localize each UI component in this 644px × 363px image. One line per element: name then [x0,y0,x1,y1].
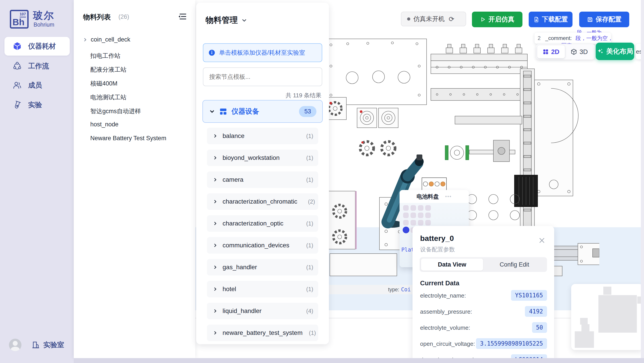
horizontal-scrollbar[interactable] [74,358,644,363]
template-panel: 物料管理 单击模板添加仪器/耗材至实验室 共 119 条结果 仪器设备 53 b… [196,3,329,344]
template-item[interactable]: balance(1) [207,128,318,144]
sidebar-item-label: 实验 [28,100,42,110]
chevron-right-icon [213,199,218,204]
tooltip-clipped-top: 段，一般为空，stat [577,29,610,32]
beautify-layout-button[interactable]: 美化布局 [596,43,634,60]
chevron-right-icon [213,177,218,182]
type-label: type: [388,287,399,293]
template-item[interactable]: neware_battery_test_system(1) [207,325,318,341]
battery-tray-title: 电池料盘 [416,193,439,200]
save-config-label: 保存配置 [596,15,622,24]
file-download-icon [534,16,540,22]
param-value: 50 [532,322,547,333]
vertical-scrollbar[interactable] [641,0,644,363]
chevron-right-icon [213,133,218,138]
page-title: 物料管理 [206,15,238,26]
toggle-2d-label: 2D [551,48,559,56]
selected-battery-dot[interactable] [403,227,409,233]
template-item[interactable]: camera(1) [207,171,318,188]
save-config-button[interactable]: 保存配置 [579,11,629,27]
sidebar-footer: 实验室 [0,336,74,354]
refresh-icon[interactable]: ⟳ [449,15,454,23]
app-window: type: Coi 电池料盘 ••• Plate 段，一般为空，stat 2 [0,0,644,363]
tab-config-edit[interactable]: Config Edit [483,261,546,268]
start-simulation-button[interactable]: 开启仿真 [472,11,522,27]
sidebar-item-instruments[interactable]: 仪器耗材 [4,37,70,56]
chevron-down-icon [209,108,215,114]
beautify-label: 美化布局 [606,47,633,56]
template-item[interactable]: liquid_handler(4) [207,303,318,319]
close-icon[interactable] [538,237,546,244]
workflow-icon [12,61,22,71]
sidebar-item-workflow[interactable]: 工作流 [4,57,70,75]
avatar[interactable] [9,339,22,351]
param-label: open_circuit_voltage: [420,341,475,347]
tray-menu-icon[interactable]: ••• [445,194,452,199]
logo-subtitle: Bohrium [34,21,54,28]
result-count: 共 119 条结果 [286,91,321,99]
sidebar-item-members[interactable]: 成员 [4,76,70,95]
type-value: Coi [401,286,411,293]
devices-grid-icon [220,108,227,115]
sidebar-item-label: 工作流 [28,61,49,71]
template-item[interactable]: hotel(1) [207,281,318,297]
minimap[interactable] [571,284,643,350]
chevron-down-icon[interactable] [241,17,247,23]
hint-text: 单击模板添加仪器/耗材至实验室 [219,49,305,57]
tooltip-value: 段，一般为空，stat [576,35,611,41]
param-value: 3.1559998989105225 [476,338,547,349]
simulation-status-pill[interactable]: 仿真未开机 ⟳ [401,11,466,26]
material-item[interactable]: 核磁400M [90,79,118,87]
popup-subtitle: 设备配置参数 [420,246,455,253]
chevron-right-icon [213,155,218,160]
template-item[interactable]: characterization_chromatic(2) [207,193,318,210]
chevron-right-icon [213,287,218,292]
template-item[interactable]: characterization_optic(1) [207,215,318,232]
toggle-3d-label: 3D [580,48,588,56]
toggle-2d[interactable]: 2D [537,45,565,58]
template-item[interactable]: bioyond_workstation(1) [207,150,318,166]
template-item[interactable]: gas_handler(1) [207,259,318,276]
toggle-3d[interactable]: 3D [565,48,594,56]
materials-panel: 物料列表 (26) coin_cell_deck 扣电工作站 配液分液工站 核磁… [74,0,195,358]
tab-data-view[interactable]: Data View [421,259,483,271]
view-mode-toggle[interactable]: 2D 3D [536,44,595,60]
sidebar-item-experiments[interactable]: 实验 [4,95,70,114]
logo-title: 玻尔 [33,9,54,22]
param-label: electrolyte_name: [420,292,466,299]
download-config-button[interactable]: 下载配置 [529,11,572,27]
tooltip-key: _comment: [545,35,572,41]
material-item[interactable]: 智达gcms自动进样 [90,107,141,115]
status-dot-icon [407,17,410,20]
popup-title: battery_0 [420,234,454,243]
bohrium-logo: 107 Bh [10,10,28,28]
template-panel-title[interactable]: 物料管理 [206,15,247,26]
battery-config-popup: battery_0 设备配置参数 Data View Config Edit C… [412,226,554,363]
materials-count: (26) [118,13,129,20]
grid-2d-icon [542,49,549,55]
comment-tooltip: 2 _comment: 段，一般为空，stat 固定 [534,32,611,44]
collapse-panel-icon[interactable] [178,12,187,20]
template-item[interactable]: communication_devices(1) [207,237,318,254]
popup-tabs: Data View Config Edit [420,257,547,272]
cube-3d-icon [570,48,577,55]
param-value: 4192 [525,306,547,317]
material-item[interactable]: 扣电工作站 [90,52,120,60]
hint-banner: 单击模板添加仪器/耗材至实验室 [203,43,322,62]
chevron-right-icon [213,331,218,335]
material-item[interactable]: 配液分液工站 [90,66,126,74]
lab-label[interactable]: 实验室 [43,340,64,350]
lab-building-icon [31,341,40,349]
start-simulation-label: 开启仿真 [488,15,514,24]
test-tube-icon [12,100,22,110]
material-item[interactable]: 电池测试工站 [90,93,126,101]
search-input[interactable] [203,67,322,86]
simulation-status-label: 仿真未开机 [414,15,445,23]
param-value: YS101165 [511,290,547,301]
material-item[interactable]: host_node [90,121,118,128]
material-item[interactable]: Neware Battery Test System [90,135,166,142]
sidebar-item-label: 仪器耗材 [28,41,56,51]
tree-item-coin-cell-deck[interactable]: coin_cell_deck [83,36,130,43]
type-info-bar: type: Coi [329,285,413,294]
category-instruments[interactable]: 仪器设备 53 [202,100,323,123]
